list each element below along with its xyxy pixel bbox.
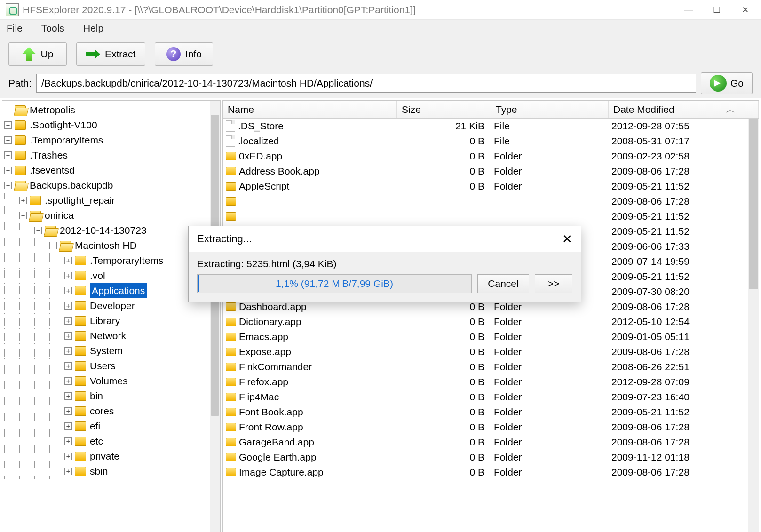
col-type[interactable]: Type xyxy=(491,101,609,118)
list-row[interactable]: Google Earth.app0 BFolder2009-11-12 01:1… xyxy=(223,450,759,465)
tree-item[interactable]: +.TemporaryItems xyxy=(4,133,220,148)
info-button[interactable]: ? Info xyxy=(155,42,213,66)
folder-icon xyxy=(75,406,86,416)
list-row[interactable]: Expose.app0 BFolder2009-08-06 17:28 xyxy=(223,344,759,359)
tree-item[interactable]: +.Spotlight-V100 xyxy=(4,118,220,133)
expand-toggle[interactable]: − xyxy=(4,182,12,189)
expand-toggle[interactable]: + xyxy=(64,272,72,279)
tree-item[interactable]: +Users xyxy=(4,358,220,373)
col-name[interactable]: Name xyxy=(223,101,397,118)
tree-item[interactable]: +Network xyxy=(4,328,220,343)
menu-help[interactable]: Help xyxy=(80,21,106,36)
tree-item[interactable]: +bin xyxy=(4,389,220,404)
list-row[interactable]: Flip4Mac0 BFolder2009-07-23 16:40 xyxy=(223,389,759,405)
file-date: 2009-07-14 19:59 xyxy=(609,256,759,267)
expand-toggle[interactable]: + xyxy=(19,197,27,204)
list-row[interactable]: 0xED.app0 BFolder2009-02-23 02:58 xyxy=(223,149,759,164)
tree-label: .vol xyxy=(90,268,105,283)
expand-toggle[interactable]: + xyxy=(64,257,72,264)
expand-toggle[interactable]: + xyxy=(4,167,12,174)
menu-file[interactable]: File xyxy=(4,21,25,36)
tree-item[interactable]: −Backups.backupdb xyxy=(4,178,220,193)
dialog-message: Extracting: 5235.html (3,94 KiB) xyxy=(197,258,572,270)
expand-toggle[interactable]: + xyxy=(4,136,12,144)
expand-toggle[interactable]: + xyxy=(64,453,72,460)
folder-icon xyxy=(75,421,86,431)
expand-toggle[interactable]: + xyxy=(64,392,72,400)
expand-toggle[interactable]: + xyxy=(64,377,72,385)
menu-tools[interactable]: Tools xyxy=(39,21,67,36)
expand-toggle[interactable]: + xyxy=(64,407,72,415)
expand-toggle[interactable]: + xyxy=(4,151,12,159)
dialog-close-button[interactable]: ✕ xyxy=(562,232,572,246)
list-row[interactable]: AppleScript0 BFolder2009-05-21 11:52 xyxy=(223,179,759,194)
file-date: 2009-08-06 17:28 xyxy=(609,437,759,448)
path-input[interactable] xyxy=(36,74,696,93)
list-scrollbar[interactable] xyxy=(748,119,759,532)
expand-toggle[interactable]: + xyxy=(64,317,72,325)
expand-toggle[interactable]: − xyxy=(19,212,27,219)
tree-item[interactable]: +etc xyxy=(4,434,220,449)
tree-item[interactable]: +System xyxy=(4,343,220,358)
expand-button[interactable]: >> xyxy=(535,274,572,293)
up-button[interactable]: Up xyxy=(8,42,67,66)
maximize-button[interactable]: ☐ xyxy=(703,0,731,19)
extract-button[interactable]: Extract xyxy=(76,42,145,66)
tree-item[interactable]: +.fseventsd xyxy=(4,163,220,178)
tree-item[interactable]: −onirica xyxy=(4,208,220,223)
list-row[interactable]: .localized0 BFile2008-05-31 07:17 xyxy=(223,134,759,149)
list-row[interactable]: Firefox.app0 BFolder2012-09-28 07:09 xyxy=(223,374,759,389)
list-row[interactable]: Front Row.app0 BFolder2009-08-06 17:28 xyxy=(223,420,759,435)
tree-item[interactable]: +.spotlight_repair xyxy=(4,193,220,208)
close-button[interactable]: ✕ xyxy=(731,0,759,19)
folder-icon xyxy=(75,391,86,401)
list-row[interactable]: Emacs.app0 BFolder2009-01-05 05:11 xyxy=(223,329,759,344)
go-button[interactable]: Go xyxy=(701,72,753,94)
file-date: 2009-02-23 02:58 xyxy=(609,151,759,162)
list-row[interactable]: Font Book.app0 BFolder2009-05-21 11:52 xyxy=(223,405,759,420)
expand-toggle[interactable]: + xyxy=(4,121,12,129)
tree-item[interactable]: +Volumes xyxy=(4,373,220,389)
tree-item[interactable]: +.Trashes xyxy=(4,148,220,163)
tree-label: Applications xyxy=(90,283,147,298)
expand-toggle[interactable]: + xyxy=(64,287,72,294)
list-row[interactable]: Image Capture.app0 BFolder2009-08-06 17:… xyxy=(223,465,759,480)
list-row[interactable]: .DS_Store21 KiBFile2012-09-28 07:55 xyxy=(223,119,759,134)
file-date: 2009-05-21 11:52 xyxy=(609,181,759,192)
tree-item[interactable]: +sbin xyxy=(4,464,220,479)
folder-icon xyxy=(226,363,236,371)
tree-item[interactable]: +private xyxy=(4,449,220,464)
col-size[interactable]: Size xyxy=(397,101,491,118)
minimize-button[interactable]: — xyxy=(674,0,703,19)
expand-toggle[interactable]: + xyxy=(64,468,72,475)
list-row[interactable]: 2009-08-06 17:28 xyxy=(223,194,759,209)
list-row[interactable]: GarageBand.app0 BFolder2009-08-06 17:28 xyxy=(223,435,759,450)
expand-toggle[interactable]: + xyxy=(64,422,72,430)
tree-label: 2012-10-14-130723 xyxy=(60,223,147,238)
list-row[interactable]: Dictionary.app0 BFolder2012-05-10 12:54 xyxy=(223,314,759,329)
tree-item[interactable]: Metropolis xyxy=(4,103,220,118)
file-date: 2009-08-06 17:28 xyxy=(609,467,759,478)
progress-bar: 1,1% (91,72 MiB/7,99 GiB) xyxy=(197,274,472,293)
cancel-button[interactable]: Cancel xyxy=(477,274,529,293)
expand-toggle[interactable]: + xyxy=(64,347,72,355)
file-size: 0 B xyxy=(397,331,491,342)
expand-toggle[interactable]: + xyxy=(64,302,72,310)
sort-indicator-icon[interactable]: ︿ xyxy=(716,101,745,119)
folder-icon xyxy=(75,437,86,446)
tree-item[interactable]: +efi xyxy=(4,419,220,434)
tree-item[interactable]: +cores xyxy=(4,404,220,419)
expand-toggle[interactable]: + xyxy=(64,362,72,370)
expand-toggle[interactable]: + xyxy=(64,437,72,445)
file-name: Address Book.app xyxy=(239,166,320,177)
file-name: Dashboard.app xyxy=(239,301,307,312)
expand-toggle[interactable]: − xyxy=(34,227,42,234)
tree-scrollbar[interactable] xyxy=(210,101,220,532)
expand-toggle[interactable]: − xyxy=(49,242,57,249)
expand-toggle[interactable]: + xyxy=(64,332,72,340)
list-row[interactable]: 2009-05-21 11:52 xyxy=(223,209,759,224)
list-row[interactable]: FinkCommander0 BFolder2008-06-26 22:51 xyxy=(223,359,759,374)
list-row[interactable]: Address Book.app0 BFolder2009-08-06 17:2… xyxy=(223,164,759,179)
info-label: Info xyxy=(185,48,202,60)
tree-item[interactable]: +Library xyxy=(4,313,220,328)
